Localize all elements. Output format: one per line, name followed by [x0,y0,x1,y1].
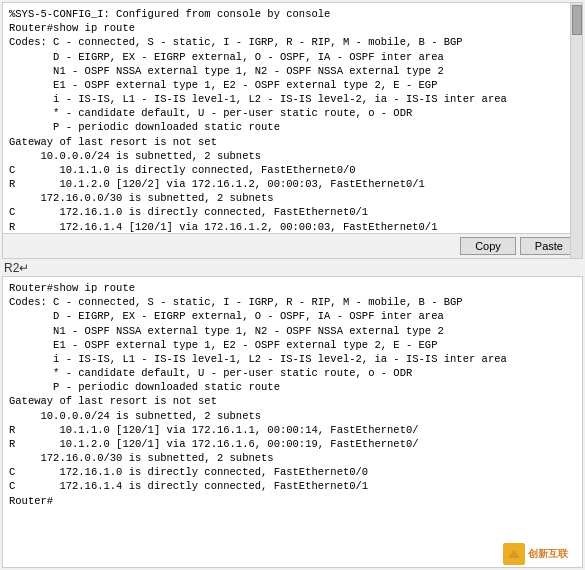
r2-label: R2↵ [0,259,585,275]
copy-paste-bar: Copy Paste [3,233,582,258]
watermark-text: 创新互联 [528,547,568,561]
bottom-terminal-content[interactable]: Router#show ip routeCodes: C - connected… [3,277,582,567]
bottom-terminal-panel: Router#show ip routeCodes: C - connected… [2,276,583,568]
top-scrollbar[interactable] [570,3,582,258]
top-terminal-panel: %SYS-5-CONFIG_I: Configured from console… [2,2,583,259]
watermark: 创新互联 [503,543,568,565]
top-terminal-content[interactable]: %SYS-5-CONFIG_I: Configured from console… [3,3,582,233]
copy-button[interactable]: Copy [460,237,516,255]
watermark-logo [503,543,525,565]
top-scrollbar-thumb[interactable] [572,5,582,35]
page-container: %SYS-5-CONFIG_I: Configured from console… [0,0,585,570]
